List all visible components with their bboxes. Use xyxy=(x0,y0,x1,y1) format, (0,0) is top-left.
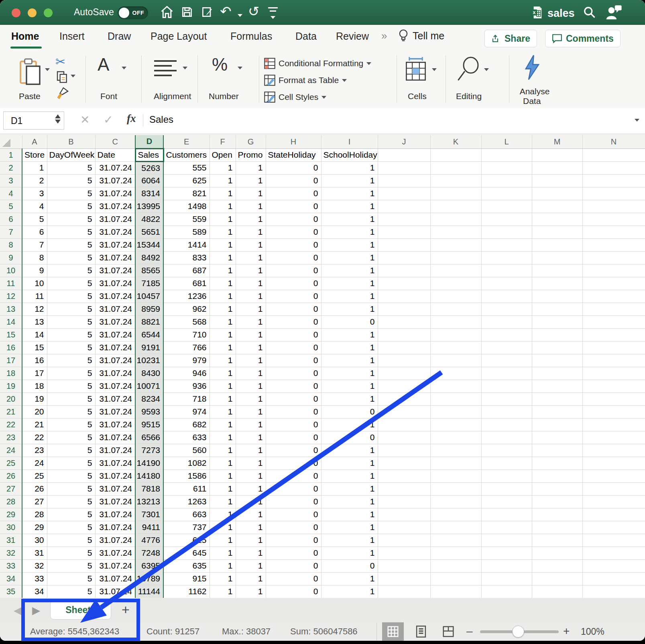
cell-J14[interactable] xyxy=(378,315,430,328)
cell-I8[interactable]: 1 xyxy=(321,238,378,251)
cell-G30[interactable]: 1 xyxy=(236,521,266,534)
cell-D21[interactable]: 9593 xyxy=(135,405,163,418)
cell-B26[interactable]: 5 xyxy=(47,469,95,482)
cell-A24[interactable]: 23 xyxy=(22,444,47,457)
row-header-15[interactable]: 15 xyxy=(0,328,22,341)
cell-F29[interactable]: 1 xyxy=(210,508,236,521)
cell-H21[interactable]: 0 xyxy=(266,405,321,418)
cell-N14[interactable] xyxy=(582,315,645,328)
cell-I16[interactable]: 1 xyxy=(321,341,378,354)
cell-C28[interactable]: 31.07.24 xyxy=(95,495,135,508)
cell-D1[interactable]: Sales xyxy=(135,148,163,161)
cell-G4[interactable]: 1 xyxy=(236,187,266,200)
column-header-L[interactable]: L xyxy=(481,135,532,148)
column-header-K[interactable]: K xyxy=(430,135,481,148)
cell-F32[interactable]: 1 xyxy=(210,546,236,559)
cell-D10[interactable]: 8565 xyxy=(135,264,163,277)
analyse-data-icon[interactable] xyxy=(521,55,543,82)
cell-K29[interactable] xyxy=(430,508,481,521)
cell-K9[interactable] xyxy=(430,251,481,264)
cell-F13[interactable]: 1 xyxy=(210,303,236,315)
cell-G1[interactable]: Promo xyxy=(236,148,266,161)
cell-K12[interactable] xyxy=(430,290,481,303)
cell-D28[interactable]: 13213 xyxy=(135,495,163,508)
cell-E22[interactable]: 682 xyxy=(163,418,210,431)
cell-K31[interactable] xyxy=(430,534,481,546)
cell-D8[interactable]: 15344 xyxy=(135,238,163,251)
cell-I20[interactable]: 1 xyxy=(321,392,378,405)
cell-B25[interactable]: 5 xyxy=(47,457,95,469)
row-header-4[interactable]: 4 xyxy=(0,187,22,200)
cell-E29[interactable]: 663 xyxy=(163,508,210,521)
column-header-H[interactable]: H xyxy=(266,135,321,148)
cell-F20[interactable]: 1 xyxy=(210,392,236,405)
row-header-6[interactable]: 6 xyxy=(0,213,22,226)
cell-H16[interactable]: 0 xyxy=(266,341,321,354)
cell-H33[interactable]: 0 xyxy=(266,559,321,572)
cell-N25[interactable] xyxy=(582,457,645,469)
cell-N27[interactable] xyxy=(582,482,645,495)
cell-F35[interactable]: 1 xyxy=(210,585,236,598)
row-header-11[interactable]: 11 xyxy=(0,277,22,290)
column-header-B[interactable]: B xyxy=(47,135,95,148)
account-icon[interactable] xyxy=(605,4,622,20)
cell-C33[interactable]: 31.07.24 xyxy=(95,559,135,572)
cell-K11[interactable] xyxy=(430,277,481,290)
cell-K34[interactable] xyxy=(430,572,481,585)
cell-D32[interactable]: 7248 xyxy=(135,546,163,559)
cell-J7[interactable] xyxy=(378,226,430,238)
undo-dropdown-icon[interactable] xyxy=(238,11,242,18)
cell-E10[interactable]: 687 xyxy=(163,264,210,277)
confirm-entry-icon[interactable]: ✓ xyxy=(104,113,113,126)
cell-K28[interactable] xyxy=(430,495,481,508)
cell-L19[interactable] xyxy=(481,380,532,392)
cell-J16[interactable] xyxy=(378,341,430,354)
cell-J30[interactable] xyxy=(378,521,430,534)
cell-H8[interactable]: 0 xyxy=(266,238,321,251)
cell-G29[interactable]: 1 xyxy=(236,508,266,521)
cell-M33[interactable] xyxy=(532,559,582,572)
cell-E35[interactable]: 1162 xyxy=(163,585,210,598)
cell-H7[interactable]: 0 xyxy=(266,226,321,238)
cell-M35[interactable] xyxy=(532,585,582,598)
cell-A26[interactable]: 25 xyxy=(22,469,47,482)
cell-B11[interactable]: 5 xyxy=(47,277,95,290)
cell-F26[interactable]: 1 xyxy=(210,469,236,482)
cell-F15[interactable]: 1 xyxy=(210,328,236,341)
cell-I23[interactable]: 0 xyxy=(321,431,378,444)
cell-J35[interactable] xyxy=(378,585,430,598)
cell-H11[interactable]: 0 xyxy=(266,277,321,290)
cell-L25[interactable] xyxy=(481,457,532,469)
cell-K27[interactable] xyxy=(430,482,481,495)
cell-I11[interactable]: 1 xyxy=(321,277,378,290)
cell-F34[interactable]: 1 xyxy=(210,572,236,585)
cell-N15[interactable] xyxy=(582,328,645,341)
format-painter-icon[interactable] xyxy=(55,87,69,102)
cell-K33[interactable] xyxy=(430,559,481,572)
cell-N17[interactable] xyxy=(582,354,645,367)
cell-M22[interactable] xyxy=(532,418,582,431)
column-header-C[interactable]: C xyxy=(95,135,135,148)
cell-L12[interactable] xyxy=(481,290,532,303)
cell-B12[interactable]: 5 xyxy=(47,290,95,303)
cell-N8[interactable] xyxy=(582,238,645,251)
cell-E14[interactable]: 568 xyxy=(163,315,210,328)
cell-C7[interactable]: 31.07.24 xyxy=(95,226,135,238)
cell-H3[interactable]: 0 xyxy=(266,174,321,187)
cell-H20[interactable]: 0 xyxy=(266,392,321,405)
cell-L15[interactable] xyxy=(481,328,532,341)
cell-N3[interactable] xyxy=(582,174,645,187)
cell-A31[interactable]: 30 xyxy=(22,534,47,546)
cell-E12[interactable]: 1236 xyxy=(163,290,210,303)
cell-N26[interactable] xyxy=(582,469,645,482)
cell-C21[interactable]: 31.07.24 xyxy=(95,405,135,418)
cell-M24[interactable] xyxy=(532,444,582,457)
cell-K18[interactable] xyxy=(430,367,481,380)
cell-A29[interactable]: 28 xyxy=(22,508,47,521)
close-window-button[interactable] xyxy=(12,8,20,17)
paste-button[interactable] xyxy=(18,58,43,88)
row-header-28[interactable]: 28 xyxy=(0,495,22,508)
cell-C10[interactable]: 31.07.24 xyxy=(95,264,135,277)
cell-K10[interactable] xyxy=(430,264,481,277)
cell-N16[interactable] xyxy=(582,341,645,354)
